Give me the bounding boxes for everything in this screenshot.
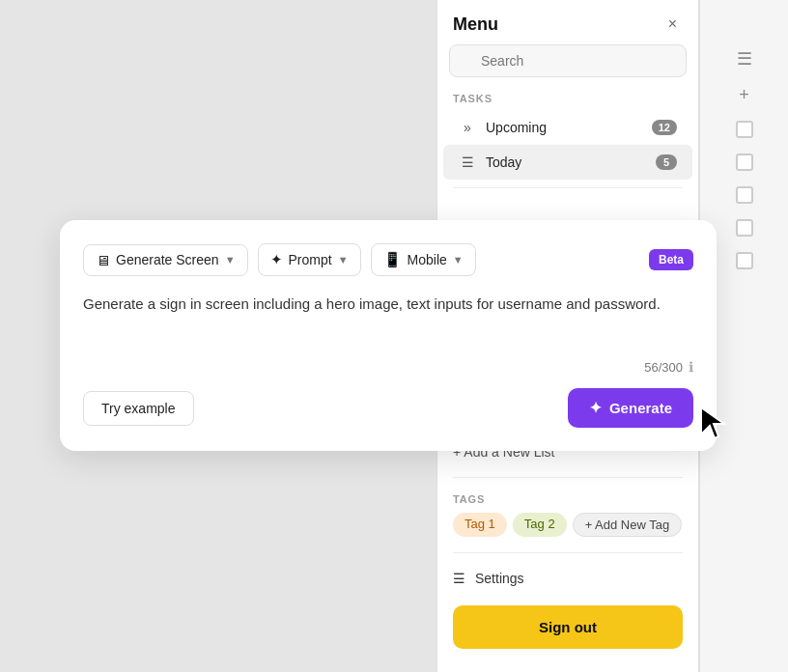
menu-title: Menu bbox=[453, 14, 498, 35]
divider-2 bbox=[453, 477, 683, 478]
today-icon: ☰ bbox=[459, 154, 476, 170]
right-checkbox-3[interactable] bbox=[736, 186, 753, 204]
tag2-chip[interactable]: Tag 2 bbox=[513, 513, 567, 537]
modal-actions: Try example ✦ Generate bbox=[83, 388, 693, 428]
mobile-label: Mobile bbox=[408, 252, 447, 267]
prompt-dropdown[interactable]: ✦ Prompt ▼ bbox=[258, 243, 361, 276]
try-example-button[interactable]: Try example bbox=[83, 391, 194, 426]
add-tag-chip[interactable]: + Add New Tag bbox=[573, 513, 683, 537]
generate-screen-dropdown[interactable]: 🖥 Generate Screen ▼ bbox=[83, 244, 248, 276]
info-icon: ℹ bbox=[689, 359, 693, 375]
right-checkbox-5[interactable] bbox=[736, 252, 753, 269]
char-count: 56/300 bbox=[644, 360, 683, 375]
screen-icon: 🖥 bbox=[96, 252, 110, 268]
mobile-icon: 📱 bbox=[383, 251, 402, 268]
search-input[interactable] bbox=[449, 44, 687, 77]
tags-section: TAGS Tag 1 Tag 2 + Add New Tag bbox=[437, 486, 698, 545]
right-menu-icon: ☰ bbox=[737, 48, 752, 70]
right-add-icon[interactable]: + bbox=[739, 85, 749, 105]
modal-toolbar: 🖥 Generate Screen ▼ ✦ Prompt ▼ 📱 Mobile … bbox=[83, 243, 693, 276]
chevron-down-icon-2: ▼ bbox=[338, 254, 349, 266]
settings-label: Settings bbox=[475, 571, 524, 586]
menu-search-wrap: 🔍 bbox=[437, 44, 698, 89]
chevron-down-icon-1: ▼ bbox=[225, 254, 236, 266]
tasks-section-label: TASKS bbox=[437, 89, 698, 110]
beta-badge: Beta bbox=[649, 249, 693, 270]
mobile-dropdown[interactable]: 📱 Mobile ▼ bbox=[371, 243, 476, 276]
generate-screen-label: Generate Screen bbox=[116, 252, 219, 267]
upcoming-icon: » bbox=[459, 120, 476, 135]
generate-sparkle-icon: ✦ bbox=[589, 399, 602, 417]
settings-icon: ☰ bbox=[453, 571, 465, 586]
menu-close-button[interactable]: × bbox=[662, 14, 683, 35]
divider-1 bbox=[453, 187, 683, 188]
tags-label: TAGS bbox=[453, 493, 683, 505]
prompt-text-display: Generate a sign in screen including a he… bbox=[83, 294, 693, 348]
char-count-row: 56/300 ℹ bbox=[83, 359, 693, 375]
tag1-chip[interactable]: Tag 1 bbox=[453, 513, 507, 537]
menu-header: Menu × bbox=[437, 0, 698, 44]
today-label: Today bbox=[486, 154, 646, 170]
sidebar-item-upcoming[interactable]: » Upcoming 12 bbox=[443, 110, 692, 145]
sign-out-button[interactable]: Sign out bbox=[453, 605, 683, 649]
modal-card: 🖥 Generate Screen ▼ ✦ Prompt ▼ 📱 Mobile … bbox=[60, 220, 717, 451]
upcoming-badge: 12 bbox=[652, 120, 677, 135]
today-badge: 5 bbox=[656, 154, 677, 170]
chevron-down-icon-3: ▼ bbox=[453, 254, 464, 266]
divider-3 bbox=[453, 552, 683, 553]
right-checkbox-2[interactable] bbox=[736, 154, 753, 171]
menu-bottom: + Add a New List TAGS Tag 1 Tag 2 + Add … bbox=[437, 427, 698, 672]
settings-item[interactable]: ☰ Settings bbox=[437, 561, 698, 596]
upcoming-label: Upcoming bbox=[486, 120, 642, 135]
generate-button[interactable]: ✦ Generate bbox=[568, 388, 693, 428]
right-checkbox-4[interactable] bbox=[736, 219, 753, 237]
sidebar-item-today[interactable]: ☰ Today 5 bbox=[443, 145, 692, 180]
generate-label: Generate bbox=[609, 400, 672, 416]
search-field-wrap: 🔍 bbox=[449, 44, 687, 77]
sparkle-icon: ✦ bbox=[270, 251, 283, 268]
tags-row: Tag 1 Tag 2 + Add New Tag bbox=[453, 513, 683, 537]
prompt-label: Prompt bbox=[289, 252, 332, 267]
right-checkbox-1[interactable] bbox=[736, 121, 753, 138]
